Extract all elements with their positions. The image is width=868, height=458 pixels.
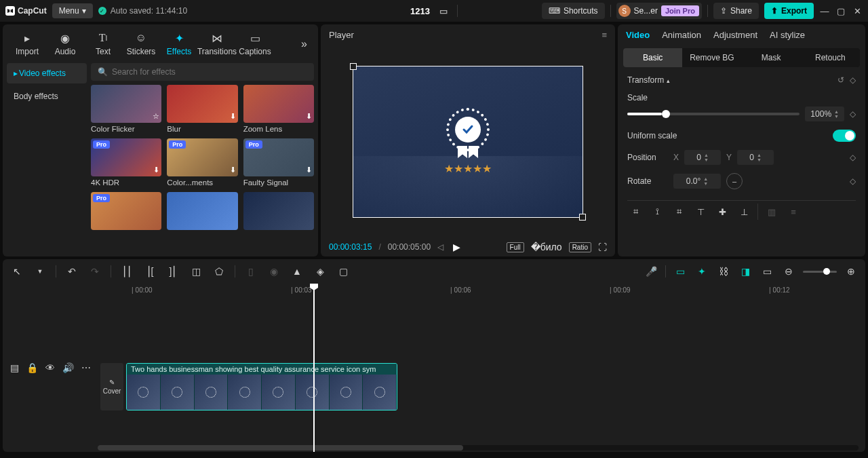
distribute-v-button[interactable]: ≡: [785, 204, 802, 220]
close-button[interactable]: ✕: [852, 5, 863, 16]
effect-card[interactable]: Pro⬇4K HDR: [91, 138, 161, 187]
magnet-button[interactable]: ▭: [673, 264, 688, 279]
reverse-button[interactable]: ◉: [267, 264, 281, 279]
split-button[interactable]: ⎮⎮: [119, 264, 134, 279]
insp-tab-adjustment[interactable]: Adjustment: [713, 30, 757, 44]
export-button[interactable]: ⬆ Export: [764, 3, 814, 19]
effect-card[interactable]: [167, 192, 237, 230]
chain-button[interactable]: ⛓: [716, 264, 731, 279]
freeze-button[interactable]: ▯: [243, 264, 258, 279]
shortcuts-button[interactable]: ⌨ Shortcuts: [542, 3, 605, 19]
fullscreen-button[interactable]: Full: [507, 242, 524, 252]
zoom-in-button[interactable]: ⊕: [844, 264, 859, 279]
timeline-tracks[interactable]: 00:00 00:03 00:06 00:09 00:12 ✎ Cover Tw…: [98, 284, 865, 452]
tab-import[interactable]: ▸Import: [8, 28, 46, 59]
mirror-button[interactable]: –: [726, 173, 743, 189]
effects-grid[interactable]: ☆Color Flicker ⬇Blur ⬇Zoom Lens Pro⬇4K H…: [91, 85, 314, 230]
video-frame[interactable]: ★★★★★: [353, 66, 583, 218]
download-icon[interactable]: ⬇: [153, 166, 159, 174]
rotate-tool[interactable]: ◈: [313, 264, 328, 279]
crop-button[interactable]: ◫: [189, 264, 203, 279]
sub-mask[interactable]: Mask: [742, 48, 801, 67]
undo-button[interactable]: ↶: [64, 264, 79, 279]
keyframe-icon[interactable]: ◇: [850, 109, 856, 119]
split-left-button[interactable]: ⎮[: [142, 264, 157, 279]
sub-basic[interactable]: Basic: [623, 48, 682, 67]
download-icon[interactable]: ⬇: [306, 112, 312, 121]
track-mute-button[interactable]: 🔊: [62, 360, 74, 375]
pos-x-input[interactable]: 0▲▼: [684, 150, 721, 165]
prev-frame-button[interactable]: ◁: [437, 242, 443, 252]
keyframe-icon[interactable]: ◇: [850, 153, 856, 162]
uniform-toggle[interactable]: [833, 130, 856, 142]
maximize-button[interactable]: ▢: [835, 5, 846, 16]
tab-captions[interactable]: ▭Captions: [236, 28, 274, 59]
split-right-button[interactable]: ]⎮: [165, 264, 180, 279]
zoom-out-button[interactable]: ⊖: [781, 264, 796, 279]
track-add-button[interactable]: ▤: [8, 360, 20, 375]
redo-button[interactable]: ↷: [87, 264, 102, 279]
track-lock-button[interactable]: 🔒: [26, 360, 38, 375]
player-viewport[interactable]: ★★★★★: [321, 45, 615, 237]
align-bottom-button[interactable]: ⊥: [736, 204, 752, 220]
cover-button[interactable]: ✎ Cover: [100, 363, 123, 411]
play-button[interactable]: ▶: [453, 242, 460, 252]
insp-tab-video[interactable]: Video: [626, 30, 650, 44]
join-pro-badge[interactable]: Join Pro: [661, 5, 699, 16]
effect-card[interactable]: ☆Color Flicker: [91, 85, 161, 133]
effect-card[interactable]: ⬇Zoom Lens: [243, 85, 314, 133]
scale-value[interactable]: 100%▲▼: [805, 107, 844, 121]
tab-text[interactable]: TIText: [84, 28, 122, 59]
scrollbar-thumb[interactable]: [98, 445, 463, 451]
crop-tool[interactable]: ▢: [336, 264, 351, 279]
keyframe-icon[interactable]: ◇: [850, 75, 856, 85]
download-icon[interactable]: ⬇: [230, 166, 236, 174]
insp-tab-animation[interactable]: Animation: [662, 30, 701, 44]
sub-removebg[interactable]: Remove BG: [682, 48, 741, 67]
player-menu-icon[interactable]: ≡: [601, 30, 607, 40]
tool-dropdown[interactable]: ▼: [33, 264, 47, 279]
zoom-slider[interactable]: [803, 271, 837, 273]
preview-button[interactable]: ▭: [760, 264, 774, 279]
focus-icon[interactable]: �било: [531, 242, 562, 252]
share-button[interactable]: ⇪ Share: [713, 3, 759, 19]
align-top-button[interactable]: ⊤: [692, 204, 709, 220]
mic-button[interactable]: 🎤: [644, 264, 658, 279]
align-center-h-button[interactable]: ⟟: [649, 204, 665, 220]
effect-card[interactable]: Pro⬇Color...ments: [167, 138, 237, 187]
timeline-ruler[interactable]: 00:00 00:03 00:06 00:09 00:12: [98, 284, 865, 299]
video-clip[interactable]: Two hands businessman showing best quali…: [126, 363, 397, 411]
track-visibility-button[interactable]: 👁: [44, 360, 56, 375]
tab-transitions[interactable]: ⋈Transitions: [198, 28, 236, 59]
side-body-effects[interactable]: Body effects: [7, 86, 87, 107]
tab-effects[interactable]: ✦Effects: [160, 28, 198, 59]
stepper-icon[interactable]: ▲▼: [704, 153, 709, 162]
download-icon[interactable]: ⬇: [230, 112, 236, 121]
scale-slider[interactable]: [627, 113, 800, 115]
search-input[interactable]: [112, 67, 307, 77]
align-center-v-button[interactable]: ✚: [714, 204, 730, 220]
stepper-icon[interactable]: ▲▼: [703, 176, 708, 186]
select-tool[interactable]: ↖: [9, 264, 24, 279]
menu-button[interactable]: Menu ▾: [52, 3, 93, 18]
tab-stickers[interactable]: ☺Stickers: [122, 28, 160, 59]
link-button[interactable]: ✦: [694, 264, 709, 279]
ratio-button[interactable]: Ratio: [569, 242, 591, 252]
account-button[interactable]: S Se...er Join Pro: [616, 3, 702, 19]
effects-search[interactable]: 🔍: [91, 63, 314, 81]
align-right-button[interactable]: ⌗: [671, 204, 687, 220]
horizontal-scrollbar[interactable]: [98, 445, 859, 451]
insp-tab-ai[interactable]: AI stylize: [770, 30, 805, 44]
stepper-icon[interactable]: ▲▼: [834, 109, 839, 119]
side-video-effects[interactable]: ▸Video effects: [7, 63, 87, 83]
marker-button[interactable]: ⬠: [212, 264, 226, 279]
distribute-h-button[interactable]: ▥: [764, 204, 780, 220]
sub-retouch[interactable]: Retouch: [801, 48, 860, 67]
effect-card[interactable]: [243, 192, 314, 230]
layout-icon[interactable]: ▭: [439, 6, 448, 16]
transform-section[interactable]: Transform ▴ ↺ ◇: [627, 75, 856, 85]
project-name[interactable]: 1213: [410, 6, 430, 16]
stepper-icon[interactable]: ▲▼: [757, 153, 762, 162]
align-left-button[interactable]: ⌗: [627, 204, 644, 220]
pos-y-input[interactable]: 0▲▼: [737, 150, 774, 165]
